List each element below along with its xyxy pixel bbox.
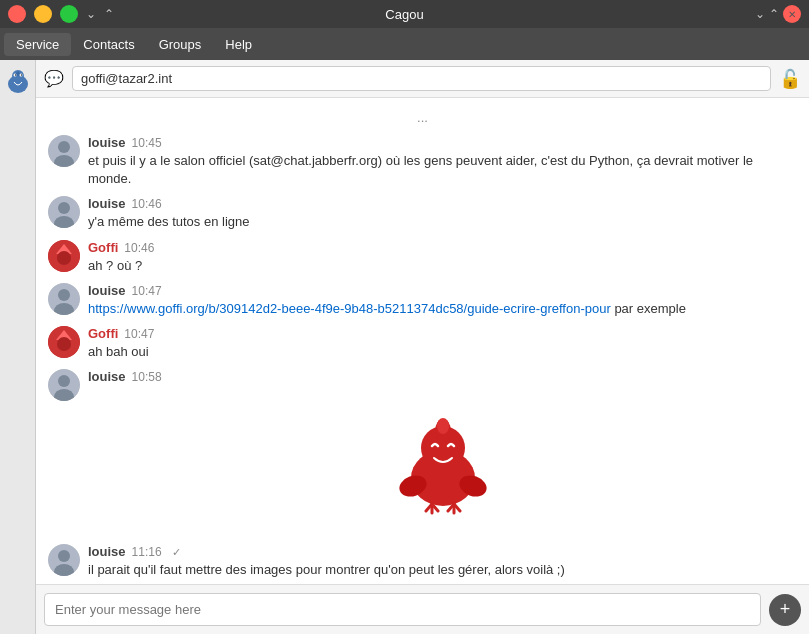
message-content: louise 10:47 https://www.goffi.org/b/309… [88,283,797,318]
svg-point-15 [57,251,71,265]
avatar [48,369,80,401]
chevron-down-icon: ⌄ [755,7,765,21]
avatar [48,240,80,272]
message-header: Goffi 10:46 [88,240,797,255]
message-content: louise 11:16 ✓ il parait qu'il faut mett… [88,544,797,579]
chat-container: 💬 🔓 ... louise 10:45 [36,60,809,634]
message-header: louise 10:45 [88,135,797,150]
message-content: louise 10:45 et puis il y a le salon off… [88,135,797,188]
avatar [48,326,80,358]
message-author: louise [88,369,126,384]
minimize-button[interactable] [34,5,52,23]
forward-arrow-icon: ⌃ [104,7,114,21]
title-bar-right: ⌄ ⌃ ✕ [755,5,801,23]
svg-point-38 [58,550,70,562]
message-header: louise 11:16 ✓ [88,544,797,559]
title-bar: ⌄ ⌃ Cagou ⌄ ⌃ ✕ [0,0,809,28]
sidebar [0,60,36,634]
app-logo [4,68,32,99]
message-text: ah bah oui [88,343,797,361]
menu-service[interactable]: Service [4,33,71,56]
message-header: louise 10:58 [88,369,797,384]
chat-contact-input[interactable] [72,66,771,91]
back-arrow-icon: ⌄ [86,7,96,21]
messages-area: ... louise 10:45 et puis il [36,98,809,584]
table-row: Goffi 10:46 ah ? où ? [48,240,797,275]
avatar [48,283,80,315]
message-text: https://www.goffi.org/b/309142d2-beee-4f… [88,300,797,318]
app-title: Cagou [385,7,423,22]
message-author: louise [88,544,126,559]
message-time: 10:46 [124,241,154,255]
table-row: louise 10:46 y'a même des tutos en ligne [48,196,797,231]
message-text: et puis il y a le salon officiel (sat@ch… [88,152,797,188]
chat-header: 💬 🔓 [36,60,809,98]
svg-point-21 [57,337,71,351]
message-header: Goffi 10:47 [88,326,797,341]
message-image [88,386,797,536]
window-close-button[interactable]: ✕ [783,5,801,23]
message-content: louise 10:46 y'a même des tutos en ligne [88,196,797,231]
svg-point-23 [58,375,70,387]
svg-point-11 [58,202,70,214]
input-area: + [36,584,809,634]
message-time: 10:46 [132,197,162,211]
svg-point-28 [437,418,449,434]
menu-help[interactable]: Help [213,33,264,56]
chevron-up-icon: ⌃ [769,7,779,21]
message-link[interactable]: https://www.goffi.org/b/309142d2-beee-4f… [88,301,611,316]
menu-bar: Service Contacts Groups Help [0,28,809,60]
message-time: 10:47 [132,284,162,298]
message-text: y'a même des tutos en ligne [88,213,797,231]
lock-button[interactable]: 🔓 [779,68,801,90]
svg-point-6 [20,74,21,75]
avatar [48,544,80,576]
close-button[interactable] [8,5,26,23]
chat-bubble-icon: 💬 [44,69,64,88]
message-header: louise 10:47 [88,283,797,298]
maximize-button[interactable] [60,5,78,23]
main-container: 💬 🔓 ... louise 10:45 [0,60,809,634]
message-header: louise 10:46 [88,196,797,211]
message-text: il parait qu'il faut mettre des images p… [88,561,797,579]
table-row: louise 11:16 ✓ il parait qu'il faut mett… [48,544,797,579]
message-time: 11:16 [132,545,162,559]
avatar [48,196,80,228]
send-button[interactable]: + [769,594,801,626]
svg-point-8 [58,141,70,153]
message-time: 10:45 [132,136,162,150]
table-row: louise 10:58 [48,369,797,536]
checkmark-icon: ✓ [172,546,181,559]
message-input[interactable] [44,593,761,626]
more-indicator: ... [48,106,797,133]
table-row: Goffi 10:47 ah bah oui [48,326,797,361]
svg-point-5 [14,74,15,75]
message-author: Goffi [88,326,118,341]
menu-contacts[interactable]: Contacts [71,33,146,56]
message-content: louise 10:58 [88,369,797,536]
message-time: 10:47 [124,327,154,341]
table-row: louise 10:47 https://www.goffi.org/b/309… [48,283,797,318]
svg-point-17 [58,289,70,301]
message-author: Goffi [88,240,118,255]
message-content: Goffi 10:46 ah ? où ? [88,240,797,275]
menu-groups[interactable]: Groups [147,33,214,56]
table-row: louise 10:45 et puis il y a le salon off… [48,135,797,188]
title-bar-left: ⌄ ⌃ [8,5,114,23]
message-text: ah ? où ? [88,257,797,275]
message-author: louise [88,283,126,298]
avatar [48,135,80,167]
message-author: louise [88,196,126,211]
plus-icon: + [780,599,791,620]
message-author: louise [88,135,126,150]
message-time: 10:58 [132,370,162,384]
message-content: Goffi 10:47 ah bah oui [88,326,797,361]
